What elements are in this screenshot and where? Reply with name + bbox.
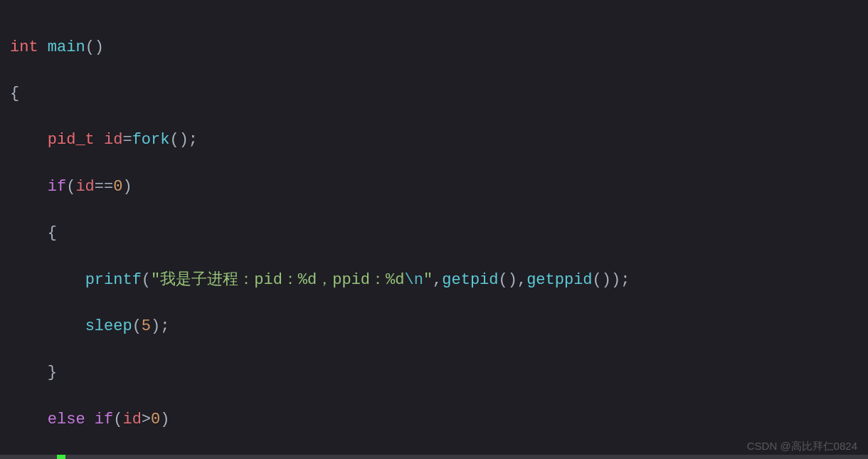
code-line: printf("我是子进程：pid：%d，ppid：%d\n",getpid()… [0,269,868,292]
text-cursor [57,455,65,459]
keyword-if: if [95,411,113,428]
call-getpid: getpid [442,271,498,289]
call-getppid: getppid [526,271,592,289]
keyword-else: else [48,411,85,428]
code-line: if(id==0) [0,176,868,199]
keyword-int: int [10,38,38,56]
type-pidt: pid_t [48,131,95,149]
code-line: { [0,222,868,246]
code-line-current: { [0,455,868,459]
code-line: int main() [0,36,868,60]
code-line: { [0,83,868,106]
code-line: sleep(5); [0,315,868,339]
function-main: main [48,38,85,56]
call-fork: fork [132,131,170,149]
code-line: } [0,362,868,385]
keyword-if: if [48,178,66,196]
code-line: pid_t id=fork(); [0,129,868,152]
call-printf: printf [85,271,142,289]
call-sleep: sleep [85,317,132,335]
code-line: else if(id>0) [0,408,868,432]
watermark-text: CSDN @高比拜仁0824 [747,440,857,453]
code-editor[interactable]: int main() { pid_t id=fork(); if(id==0) … [0,0,868,459]
